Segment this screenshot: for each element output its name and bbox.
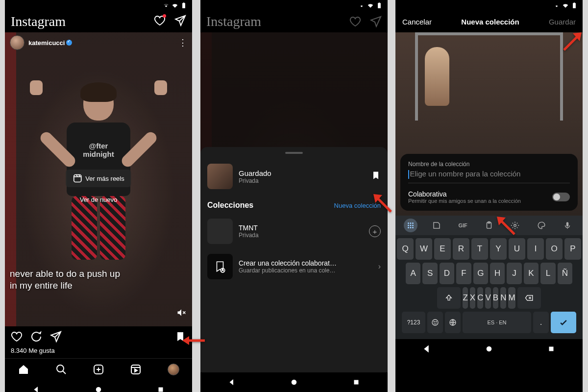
reels-icon — [73, 173, 82, 183]
key-b[interactable]: B — [493, 287, 498, 309]
emoji-key[interactable] — [427, 312, 443, 333]
video-subject: @ftermidnight — [54, 85, 143, 252]
key-m[interactable]: M — [508, 287, 515, 309]
key-j[interactable]: J — [507, 263, 521, 284]
language-key[interactable] — [445, 312, 461, 333]
key-e[interactable]: E — [434, 238, 451, 260]
search-tab[interactable] — [55, 364, 67, 375]
key-p[interactable]: P — [564, 238, 581, 260]
key-v[interactable]: V — [485, 287, 490, 309]
backspace-icon — [525, 294, 534, 302]
save-confirm-button[interactable]: Guardar — [549, 18, 576, 26]
key-w[interactable]: W — [416, 238, 432, 260]
home-button[interactable] — [94, 385, 103, 392]
back-button[interactable] — [32, 385, 41, 392]
kb-clipboard-button[interactable] — [482, 219, 496, 232]
wifi-partial-icon — [358, 2, 365, 9]
saved-default-row[interactable]: Guardado Privada — [200, 161, 388, 192]
add-to-collection-button[interactable]: + — [369, 225, 381, 237]
reel-video-area[interactable]: katemicucci ⋮ @ftermidnight Ver más reel… — [5, 32, 192, 326]
home-button[interactable] — [290, 378, 298, 387]
back-button[interactable] — [227, 378, 236, 387]
spacebar-key[interactable]: ES · EN — [463, 312, 531, 333]
home-button[interactable] — [485, 344, 493, 353]
watch-again-button[interactable]: Ver de nuevo — [73, 192, 124, 207]
key-a[interactable]: A — [406, 263, 420, 284]
recents-button[interactable] — [352, 378, 361, 387]
see-more-reels-button[interactable]: Ver más reels — [66, 170, 131, 187]
key-g[interactable]: G — [473, 263, 488, 284]
saved-privacy: Privada — [239, 177, 271, 184]
key-u[interactable]: U — [509, 238, 525, 260]
key-c[interactable]: C — [477, 287, 483, 309]
key-s[interactable]: S — [422, 263, 437, 284]
likes-count[interactable]: 8.340 Me gusta — [5, 347, 192, 358]
sheet-grabber[interactable] — [285, 152, 303, 154]
recents-button[interactable] — [156, 385, 165, 392]
svg-point-24 — [434, 321, 434, 322]
key-f[interactable]: F — [456, 263, 471, 284]
bookmark-icon — [371, 171, 381, 180]
like-button[interactable] — [11, 331, 23, 343]
activity-button[interactable] — [154, 15, 166, 28]
key-q[interactable]: Q — [397, 238, 414, 260]
author-chip[interactable]: katemicucci — [10, 35, 72, 50]
send-icon — [174, 15, 186, 26]
status-bar — [395, 0, 583, 11]
enter-key[interactable] — [551, 312, 576, 333]
key-t[interactable]: T — [471, 238, 488, 260]
key-k[interactable]: K — [524, 263, 539, 284]
key-r[interactable]: R — [453, 238, 469, 260]
period-key[interactable]: . — [533, 312, 549, 333]
backspace-key[interactable] — [517, 287, 541, 309]
key-z[interactable]: Z — [463, 287, 467, 309]
svg-rect-28 — [549, 347, 554, 351]
key-i[interactable]: I — [527, 238, 544, 260]
collection-name-input[interactable]: Elige un nombre para la colección — [408, 170, 570, 183]
instagram-logo[interactable]: Instagram — [11, 14, 66, 29]
cancel-button[interactable]: Cancelar — [402, 18, 432, 26]
wifi-icon — [172, 2, 178, 9]
key-n[interactable]: N — [500, 287, 506, 309]
shift-icon — [445, 294, 453, 302]
kb-grid-button[interactable] — [404, 219, 417, 232]
reels-tab[interactable] — [130, 364, 142, 375]
profile-tab[interactable] — [168, 364, 179, 375]
key-l[interactable]: L — [540, 263, 555, 284]
instagram-header: Instagram — [5, 11, 192, 32]
more-options-button[interactable]: ⋮ — [178, 37, 187, 48]
svg-point-17 — [410, 227, 411, 228]
collection-row[interactable]: TMNT Privada + — [200, 214, 388, 249]
key-h[interactable]: H — [490, 263, 505, 284]
mute-button[interactable] — [176, 308, 186, 319]
battery-icon — [180, 2, 187, 9]
kb-sticker-button[interactable] — [430, 219, 443, 232]
key-d[interactable]: D — [440, 263, 454, 284]
svg-point-16 — [408, 227, 409, 228]
comment-button[interactable] — [30, 331, 42, 343]
back-button[interactable] — [422, 344, 431, 353]
collaborative-toggle[interactable] — [552, 193, 570, 201]
key-y[interactable]: Y — [490, 238, 507, 260]
create-collab-collection-row[interactable]: Crear una colección colaborat… Guardar p… — [200, 249, 388, 284]
collab-title: Crear una colección colaborat… — [239, 259, 351, 267]
kb-mic-button[interactable] — [561, 219, 574, 232]
share-button[interactable] — [50, 331, 62, 343]
home-tab[interactable] — [18, 364, 29, 375]
kb-theme-button[interactable] — [535, 219, 548, 232]
key-x[interactable]: X — [470, 287, 475, 309]
check-icon — [559, 318, 568, 327]
recents-button[interactable] — [547, 344, 556, 353]
wifi-partial-icon — [163, 2, 170, 9]
messages-button[interactable] — [174, 15, 186, 28]
numbers-key[interactable]: ?123 — [402, 312, 425, 333]
key-o[interactable]: O — [546, 238, 563, 260]
kb-gif-button[interactable]: GIF — [456, 219, 470, 232]
keyboard-row-3: ZXCVBNM — [397, 287, 581, 309]
key-ñ[interactable]: Ñ — [558, 263, 572, 284]
create-tab[interactable] — [93, 364, 104, 375]
heart-icon — [154, 15, 166, 26]
saved-thumbnail — [207, 164, 233, 189]
shift-key[interactable] — [437, 287, 461, 309]
heart-icon — [349, 16, 361, 27]
